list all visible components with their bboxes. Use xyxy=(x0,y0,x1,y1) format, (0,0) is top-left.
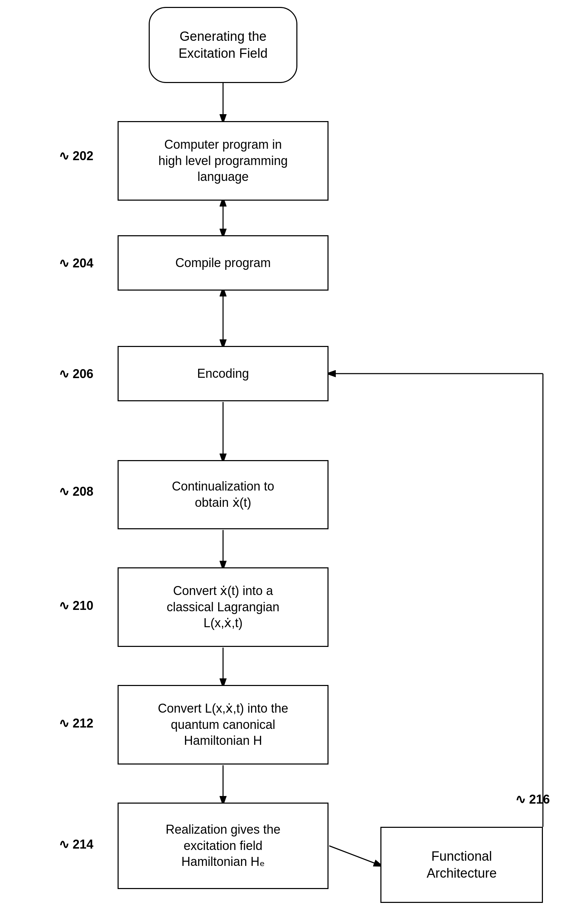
node-210: Convert ẋ(t) into a classical Lagrangian… xyxy=(117,567,329,647)
node-202: Computer program in high level programmi… xyxy=(117,121,329,200)
node-214: Realization gives the excitation field H… xyxy=(117,803,329,889)
ref-212: 212 xyxy=(59,716,93,731)
node-206: Encoding xyxy=(117,346,329,401)
node-216: Functional Architecture xyxy=(380,827,543,903)
ref-210: 210 xyxy=(59,598,93,613)
ref-208: 208 xyxy=(59,484,93,499)
diagram-container: Generating the Excitation Field Computer… xyxy=(0,0,573,924)
node-start: Generating the Excitation Field xyxy=(149,7,297,83)
ref-216: 216 xyxy=(515,792,550,807)
node-212: Convert L(x,ẋ,t) into the quantum canoni… xyxy=(117,685,329,764)
node-208: Continualization to obtain ẋ(t) xyxy=(117,460,329,529)
ref-214: 214 xyxy=(59,837,93,852)
ref-206: 206 xyxy=(59,367,93,381)
ref-204: 204 xyxy=(59,256,93,271)
ref-202: 202 xyxy=(59,149,93,163)
svg-line-10 xyxy=(329,846,379,865)
node-204: Compile program xyxy=(117,235,329,291)
